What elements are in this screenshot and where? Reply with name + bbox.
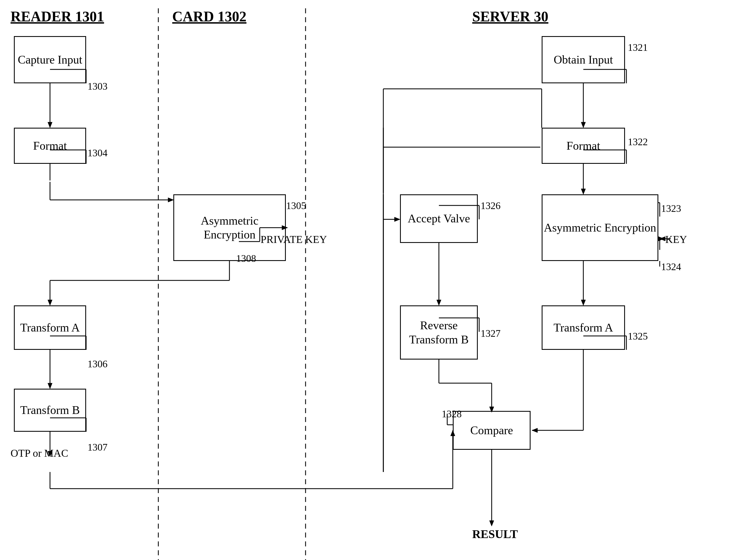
accept-valve-box: Accept Valve: [400, 194, 478, 243]
compare-box: Compare: [453, 411, 531, 450]
ref-1325: 1325: [628, 330, 648, 342]
ref-1303: 1303: [88, 81, 107, 92]
obtain-input-box: Obtain Input: [542, 36, 625, 83]
ref-1324: 1324: [661, 261, 681, 272]
svg-marker-41: [581, 300, 585, 305]
svg-marker-53: [532, 428, 538, 433]
transform-a-reader-box: Transform A: [14, 305, 86, 350]
diagram-lines: [0, 0, 740, 560]
ref-1326: 1326: [480, 200, 500, 212]
ref-1328: 1328: [442, 408, 462, 420]
key-label: KEY: [665, 233, 687, 245]
ref-1322: 1322: [628, 136, 648, 148]
format-reader-box: Format: [14, 128, 86, 164]
ref-1305: 1305: [286, 200, 306, 212]
asym-enc-card-box: Asymmetric Encryption: [173, 194, 286, 261]
svg-marker-3: [48, 122, 52, 128]
ref-1327: 1327: [480, 328, 500, 339]
card-title: CARD 1302: [172, 8, 247, 25]
svg-marker-78: [660, 237, 665, 241]
ref-1304: 1304: [88, 147, 107, 159]
asym-enc-server-box: Asymmetric Encryption: [542, 194, 658, 261]
svg-marker-59: [394, 217, 400, 222]
svg-marker-74: [489, 521, 494, 526]
svg-marker-45: [658, 237, 664, 241]
svg-marker-63: [437, 300, 441, 305]
ref-1307: 1307: [88, 441, 107, 453]
diagram: READER 1301 CARD 1302 SERVER 30 Capture …: [0, 0, 740, 560]
ref-1321: 1321: [628, 42, 648, 53]
reader-title: READER 1301: [11, 8, 104, 25]
transform-a-server-box: Transform A: [542, 305, 625, 350]
ref-1308: 1308: [236, 253, 256, 264]
result-label: RESULT: [472, 528, 518, 541]
server-title: SERVER 30: [472, 8, 548, 25]
transform-b-reader-box: Transform B: [14, 389, 86, 432]
svg-marker-21: [48, 383, 52, 389]
svg-marker-33: [581, 122, 585, 128]
capture-input-box: Capture Input: [14, 36, 86, 83]
svg-marker-11: [168, 198, 174, 202]
reverse-transform-b-box: Reverse Transform B: [400, 305, 478, 359]
otp-or-mac-label: OTP or MAC: [11, 447, 68, 459]
ref-1323: 1323: [661, 203, 681, 214]
private-key-label: PRIVATE KEY: [261, 233, 327, 245]
format-server-box: Format: [542, 128, 625, 164]
svg-marker-15: [48, 300, 52, 305]
svg-marker-37: [581, 189, 585, 194]
ref-1306: 1306: [88, 358, 107, 370]
